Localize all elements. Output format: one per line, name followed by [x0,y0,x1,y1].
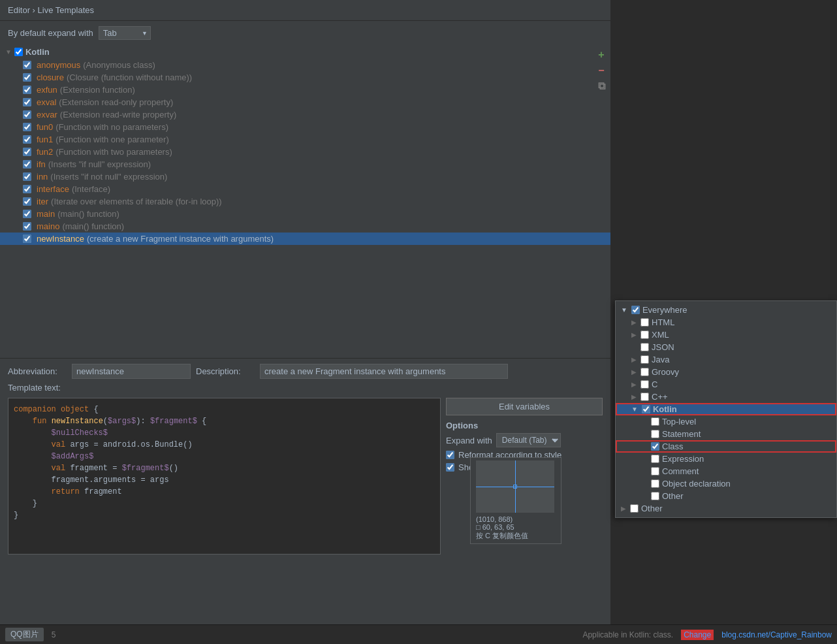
item-keyword-closure: closure [37,72,64,82]
expand-label: By default expand with [8,28,93,38]
ctx-check-objectdecl[interactable] [651,479,659,488]
ctx-check-class[interactable] [651,442,659,451]
ctx-item-kotlin[interactable]: ▼ Kotlin [616,403,836,415]
ctx-item-comment[interactable]: ▶ Comment [616,465,836,477]
list-item[interactable]: fun1 (Function with one parameter) [0,133,610,146]
list-item[interactable]: exvar (Extension read-write property) [0,108,610,121]
ctx-item-class[interactable]: ▶ Class [616,440,836,453]
list-item[interactable]: ifn (Inserts "if null" expression) [0,158,610,170]
ctx-item-java[interactable]: ▶ Java [616,353,836,366]
list-item[interactable]: maino (main() function) [0,220,610,233]
expand-with-select[interactable]: Default (Tab) Tab Enter [496,433,561,447]
item-checkbox-fun0[interactable] [23,123,31,131]
ctx-item-other[interactable]: ▶ Other [616,502,836,515]
ctx-item-c[interactable]: ▶ C [616,378,836,391]
template-text-area: companion object { fun newInstance($args… [8,398,603,555]
abbreviation-input[interactable] [72,364,191,379]
list-item[interactable]: interface (Interface) [0,183,610,195]
ctx-label-json: JSON [652,342,674,352]
ctx-check-kotlin[interactable] [642,405,650,413]
list-item[interactable]: exval (Extension read-only property) [0,96,610,108]
ctx-check-groovy[interactable] [640,368,649,376]
edit-variables-button[interactable]: Edit variables [446,398,603,415]
item-checkbox-exvar[interactable] [23,110,31,119]
expand-with-label: Expand with [446,436,492,445]
other-arrow: ▶ [621,505,626,512]
item-desc-fun0: (Function with no parameters) [55,122,168,132]
list-item[interactable]: exfun (Extension function) [0,84,610,96]
kotlin-group-header[interactable]: ▼ Kotlin [0,45,610,59]
item-checkbox-interface[interactable] [23,185,31,193]
ctx-label-xml: XML [652,330,669,340]
ctx-check-html[interactable] [640,318,649,327]
ctx-check-java[interactable] [640,355,649,364]
item-keyword-fun1: fun1 [37,135,53,144]
expand-with-row: Expand with Default (Tab) Tab Enter [446,433,603,447]
copy-template-button[interactable]: ⧉ [594,79,608,93]
ctx-item-xml[interactable]: ▶ XML [616,329,836,341]
code-editor[interactable]: companion object { fun newInstance($args… [8,398,441,555]
taskbar-item[interactable]: QQ图片 [5,628,44,641]
ctx-item-cpp[interactable]: ▶ C++ [616,391,836,403]
item-keyword-inn: inn [37,172,48,182]
expand-bar: By default expand with Tab Enter Space [0,21,610,45]
change-link-status[interactable]: Change [681,630,714,640]
ctx-check-xml[interactable] [640,330,649,339]
item-checkbox-anonymous[interactable] [23,61,31,69]
ctx-item-statement[interactable]: ▶ Statement [616,428,836,440]
item-checkbox-exval[interactable] [23,98,31,106]
code-line-7: fragment.arguments = args [14,474,435,486]
item-desc-exvar: (Extension read-write property) [60,110,176,120]
description-input[interactable] [260,364,508,379]
list-item-newinstance[interactable]: newInstance (create a new Fragment insta… [0,233,610,245]
ctx-item-everywhere[interactable]: ▼ Everywhere [616,304,836,316]
ctx-check-expression[interactable] [651,455,659,463]
kotlin-group-checkbox[interactable] [14,48,23,56]
ctx-item-groovy[interactable]: ▶ Groovy [616,366,836,378]
item-checkbox-ifn[interactable] [23,160,31,169]
ctx-check-json[interactable] [640,343,649,351]
color-rgb: □ 60, 63, 65 [476,523,556,531]
ctx-item-other-kotlin[interactable]: ▶ Other [616,490,836,502]
list-item[interactable]: iter (Iterate over elements of iterable … [0,195,610,208]
list-item[interactable]: inn (Inserts "if not null" expression) [0,170,610,183]
ctx-check-comment[interactable] [651,467,659,475]
list-item[interactable]: fun2 (Function with two parameters) [0,146,610,158]
item-checkbox-inn[interactable] [23,172,31,181]
ctx-item-json[interactable]: ▶ JSON [616,341,836,353]
remove-template-button[interactable]: − [594,63,608,78]
shorten-checkbox[interactable] [446,463,454,472]
item-checkbox-exfun[interactable] [23,86,31,94]
add-template-button[interactable]: + [594,48,608,62]
ctx-check-c[interactable] [640,380,649,389]
item-checkbox-iter[interactable] [23,197,31,206]
ctx-label-kotlin: Kotlin [653,404,677,414]
expand-select[interactable]: Tab Enter Space [99,26,151,40]
item-checkbox-main[interactable] [23,210,31,218]
color-copy-hint: 按 C 复制颜色值 [476,531,556,541]
item-desc-newInstance: (create a new Fragment instance with arg… [87,234,274,244]
item-checkbox-closure[interactable] [23,73,31,82]
item-checkbox-fun2[interactable] [23,148,31,156]
list-item[interactable]: anonymous (Anonymous class) [0,59,610,71]
ctx-item-toplevel[interactable]: ▶ Top-level [616,415,836,428]
list-item[interactable]: fun0 (Function with no parameters) [0,121,610,133]
ctx-check-cpp[interactable] [640,393,649,401]
ctx-label-html: HTML [652,317,674,327]
reformat-checkbox[interactable] [446,451,454,459]
item-checkbox-maino[interactable] [23,222,31,231]
item-desc-ifn: (Inserts "if null" expression) [48,159,151,169]
ctx-check-everywhere[interactable] [631,306,640,314]
ctx-check-other[interactable] [630,504,639,513]
item-checkbox-newInstance[interactable] [23,234,31,243]
ctx-item-expression[interactable]: ▶ Expression [616,453,836,465]
ctx-item-objectdecl[interactable]: ▶ Object declaration [616,477,836,490]
list-item[interactable]: main (main() function) [0,208,610,220]
list-item[interactable]: closure (Closure (function without name)… [0,71,610,84]
ctx-check-other-kotlin[interactable] [651,492,659,500]
ctx-check-toplevel[interactable] [651,417,659,426]
item-keyword-maino: maino [37,221,59,231]
ctx-item-html[interactable]: ▶ HTML [616,316,836,329]
ctx-check-statement[interactable] [651,430,659,438]
item-checkbox-fun1[interactable] [23,135,31,144]
